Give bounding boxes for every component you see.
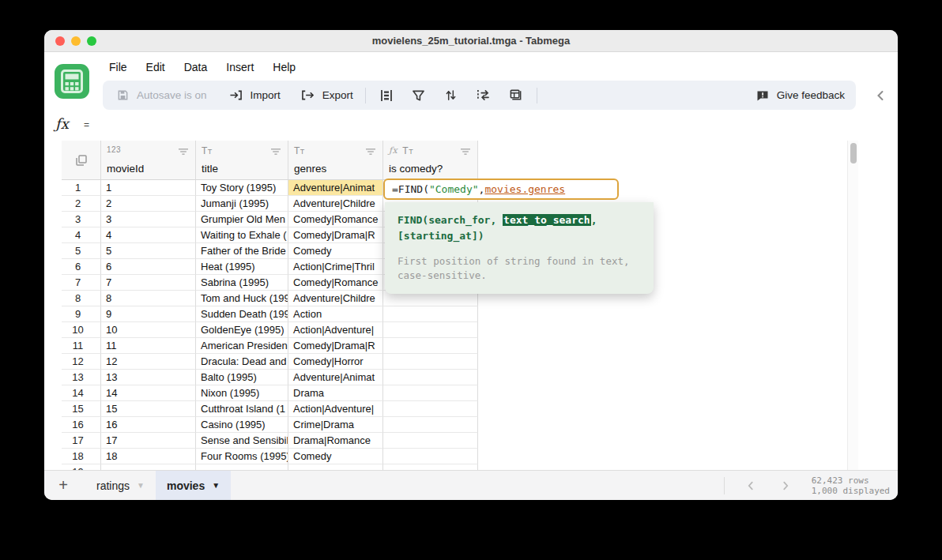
sheet-tab-movies[interactable]: movies▼ (156, 471, 231, 501)
cell-genres[interactable]: Comedy|Romance (288, 212, 383, 227)
cell-title[interactable]: Heat (1995) (196, 259, 288, 275)
scrollbar-thumb[interactable] (850, 143, 857, 163)
cell-is-comedy[interactable] (383, 354, 478, 370)
cell-title[interactable]: Sabrina (1995) (196, 275, 288, 291)
row-number[interactable]: 16 (62, 417, 101, 433)
cell-genres[interactable] (288, 464, 383, 470)
add-sheet-button[interactable]: + (55, 478, 71, 494)
cell-title[interactable] (196, 464, 288, 470)
cell-title[interactable]: Jumanji (1995) (196, 196, 288, 212)
import-button[interactable]: Import (228, 87, 281, 104)
cell-title[interactable]: Four Rooms (1995) (196, 449, 288, 464)
cell-genres[interactable]: Action|Adventure| (288, 322, 383, 338)
column-filter-icon[interactable] (178, 148, 189, 156)
cell-genres[interactable]: Comedy|Horror (288, 354, 383, 370)
cell-title[interactable]: Cutthroat Island (1 (196, 401, 288, 417)
row-number[interactable]: 7 (62, 275, 101, 291)
previous-page-chevron-icon[interactable] (745, 480, 756, 491)
row-number[interactable]: 6 (62, 259, 101, 275)
column-header-title[interactable]: TTtitle (196, 141, 288, 179)
row-number[interactable]: 2 (62, 196, 101, 212)
formula-cell-editor[interactable]: =FIND("Comedy",movies.genres (383, 179, 619, 200)
cell-genres[interactable]: Comedy|Drama|R (288, 227, 383, 243)
column-filter-icon[interactable] (460, 148, 471, 156)
row-number[interactable]: 5 (62, 243, 101, 259)
cell-genres[interactable]: Adventure|Childre (288, 196, 383, 212)
column-header-movieid[interactable]: 123movieId (101, 141, 196, 179)
cell-title[interactable]: Dracula: Dead and (196, 354, 288, 370)
cell-genres[interactable]: Comedy (288, 449, 383, 464)
row-number[interactable]: 8 (62, 291, 101, 306)
column-stats-icon[interactable] (378, 87, 395, 104)
cell-title[interactable]: Tom and Huck (199 (196, 291, 288, 306)
cell-title[interactable]: Casino (1995) (196, 417, 288, 433)
cell-genres[interactable]: Crime|Drama (288, 417, 383, 433)
cell-movieId[interactable]: 17 (101, 433, 196, 449)
cell-is-comedy[interactable] (383, 449, 478, 464)
sheet-tab-ratings[interactable]: ratings▼ (85, 471, 156, 501)
cell-movieId[interactable]: 4 (101, 227, 196, 243)
cell-genres[interactable]: Action|Adventure| (288, 401, 383, 417)
cell-movieId[interactable]: 10 (101, 322, 196, 338)
cell-title[interactable]: Father of the Bride (196, 243, 288, 259)
formula-bar[interactable]: ƒx = (44, 112, 898, 139)
join-icon[interactable] (507, 87, 525, 104)
cell-movieId[interactable]: 8 (101, 291, 196, 306)
row-number[interactable]: 14 (62, 385, 101, 401)
tab-menu-chevron-icon[interactable]: ▼ (137, 481, 145, 490)
column-header-is-comedy-[interactable]: ƒxTTis comedy? (383, 141, 478, 179)
transform-icon[interactable] (475, 87, 492, 104)
column-header-genres[interactable]: TTgenres (288, 141, 383, 179)
cell-movieId[interactable]: 15 (101, 401, 196, 417)
cell-genres[interactable]: Comedy (288, 243, 383, 259)
cell-movieId[interactable]: 3 (101, 212, 196, 227)
menu-data[interactable]: Data (184, 61, 208, 73)
cell-genres[interactable]: Adventure|Animat (288, 180, 383, 196)
cell-movieId[interactable]: 18 (101, 449, 196, 464)
cell-title[interactable]: Grumpier Old Men (196, 212, 288, 227)
cell-title[interactable]: American Presiden (196, 338, 288, 354)
cell-movieId[interactable]: 14 (101, 385, 196, 401)
row-number[interactable]: 19 (62, 464, 101, 470)
cell-genres[interactable]: Drama (288, 385, 383, 401)
row-number[interactable]: 3 (62, 212, 101, 227)
sort-icon[interactable] (443, 87, 460, 104)
collapse-panel-chevron-icon[interactable] (874, 89, 887, 102)
menu-help[interactable]: Help (273, 61, 296, 73)
cell-movieId[interactable]: 7 (101, 275, 196, 291)
row-number[interactable]: 18 (62, 449, 101, 464)
cell-title[interactable]: Nixon (1995) (196, 385, 288, 401)
row-number[interactable]: 1 (62, 180, 101, 196)
row-number[interactable]: 17 (62, 433, 101, 449)
give-feedback-button[interactable]: Give feedback (754, 87, 845, 104)
title-bar[interactable]: movielens_25m_tutorial.tmga - Tabmega (44, 30, 898, 52)
menu-file[interactable]: File (109, 61, 127, 73)
cell-movieId[interactable]: 11 (101, 338, 196, 354)
menu-edit[interactable]: Edit (146, 61, 165, 73)
cell-is-comedy[interactable] (383, 322, 478, 338)
cell-is-comedy[interactable] (383, 417, 478, 433)
row-number[interactable]: 10 (62, 322, 101, 338)
cell-genres[interactable]: Action (288, 306, 383, 322)
cell-title[interactable]: GoldenEye (1995) (196, 322, 288, 338)
cell-is-comedy[interactable] (383, 338, 478, 354)
cell-genres[interactable]: Comedy|Romance (288, 275, 383, 291)
cell-title[interactable]: Sense and Sensibili (196, 433, 288, 449)
cell-is-comedy[interactable] (383, 433, 478, 449)
cell-movieId[interactable]: 1 (101, 180, 196, 196)
row-number[interactable]: 15 (62, 401, 101, 417)
cell-movieId[interactable]: 16 (101, 417, 196, 433)
cell-genres[interactable]: Drama|Romance (288, 433, 383, 449)
cell-title[interactable]: Toy Story (1995) (196, 180, 288, 196)
cell-movieId[interactable]: 5 (101, 243, 196, 259)
cell-movieId[interactable]: 9 (101, 306, 196, 322)
cell-title[interactable]: Balto (1995) (196, 370, 288, 385)
export-button[interactable]: Export (300, 87, 353, 104)
next-page-chevron-icon[interactable] (780, 480, 791, 491)
tab-menu-chevron-icon[interactable]: ▼ (212, 481, 220, 490)
cell-movieId[interactable] (101, 464, 196, 470)
row-number[interactable]: 13 (62, 370, 101, 385)
cell-genres[interactable]: Adventure|Childre (288, 291, 383, 306)
cell-is-comedy[interactable] (383, 385, 478, 401)
row-number[interactable]: 12 (62, 354, 101, 370)
